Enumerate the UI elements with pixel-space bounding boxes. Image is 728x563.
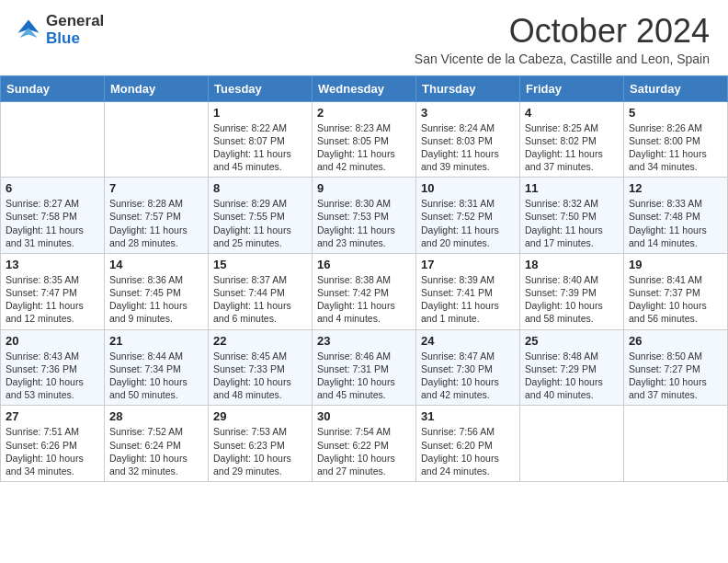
day-number: 12 [629,181,722,195]
day-number: 23 [317,334,411,348]
table-row: 20Sunrise: 8:43 AMSunset: 7:36 PMDayligh… [1,329,105,406]
cell-info: Sunrise: 8:25 AMSunset: 8:02 PMDaylight:… [525,121,619,174]
table-row: 6Sunrise: 8:27 AMSunset: 7:58 PMDaylight… [1,178,105,254]
day-number: 9 [317,181,411,195]
calendar-week-row: 6Sunrise: 8:27 AMSunset: 7:58 PMDaylight… [1,178,728,254]
day-number: 24 [421,334,515,348]
table-row [624,406,728,482]
day-number: 10 [421,181,515,195]
month-title: October 2024 [415,13,710,50]
table-row: 14Sunrise: 8:36 AMSunset: 7:45 PMDayligh… [105,253,209,329]
col-saturday: Saturday [624,75,728,101]
page: General Blue October 2024 San Vicente de… [0,0,728,482]
col-wednesday: Wednesday [313,75,416,101]
table-row: 9Sunrise: 8:30 AMSunset: 7:53 PMDaylight… [313,178,416,254]
table-row: 10Sunrise: 8:31 AMSunset: 7:52 PMDayligh… [416,178,520,254]
day-number: 1 [213,106,307,120]
cell-info: Sunrise: 7:53 AMSunset: 6:23 PMDaylight:… [213,425,307,477]
table-row: 12Sunrise: 8:33 AMSunset: 7:48 PMDayligh… [624,178,728,254]
day-number: 29 [213,409,307,423]
table-row: 8Sunrise: 8:29 AMSunset: 7:55 PMDaylight… [209,178,313,254]
table-row: 29Sunrise: 7:53 AMSunset: 6:23 PMDayligh… [209,406,313,482]
logo-icon [15,17,42,44]
cell-info: Sunrise: 8:30 AMSunset: 7:53 PMDaylight:… [317,197,411,249]
table-row: 23Sunrise: 8:46 AMSunset: 7:31 PMDayligh… [313,329,416,406]
table-row: 27Sunrise: 7:51 AMSunset: 6:26 PMDayligh… [1,406,105,482]
day-number: 18 [525,258,619,271]
logo-general: General [46,13,104,30]
table-row: 24Sunrise: 8:47 AMSunset: 7:30 PMDayligh… [416,329,520,406]
cell-info: Sunrise: 8:44 AMSunset: 7:34 PMDaylight:… [109,350,203,402]
day-number: 14 [109,258,203,271]
cell-info: Sunrise: 8:50 AMSunset: 7:27 PMDaylight:… [629,350,722,402]
table-row: 11Sunrise: 8:32 AMSunset: 7:50 PMDayligh… [520,178,624,254]
table-row: 30Sunrise: 7:54 AMSunset: 6:22 PMDayligh… [313,406,416,482]
day-number: 21 [109,334,203,348]
logo-text: General Blue [46,13,104,47]
cell-info: Sunrise: 8:22 AMSunset: 8:07 PMDaylight:… [213,121,307,174]
table-row: 22Sunrise: 8:45 AMSunset: 7:33 PMDayligh… [209,329,313,406]
table-row: 18Sunrise: 8:40 AMSunset: 7:39 PMDayligh… [520,253,624,329]
table-row: 16Sunrise: 8:38 AMSunset: 7:42 PMDayligh… [313,253,416,329]
calendar-table: Sunday Monday Tuesday Wednesday Thursday… [0,75,728,482]
cell-info: Sunrise: 8:31 AMSunset: 7:52 PMDaylight:… [421,197,515,249]
col-tuesday: Tuesday [209,75,313,101]
day-number: 31 [421,409,515,423]
cell-info: Sunrise: 8:40 AMSunset: 7:39 PMDaylight:… [525,273,619,326]
col-monday: Monday [105,75,209,101]
day-number: 17 [421,258,515,271]
cell-info: Sunrise: 8:23 AMSunset: 8:05 PMDaylight:… [317,121,411,174]
calendar-week-row: 27Sunrise: 7:51 AMSunset: 6:26 PMDayligh… [1,406,728,482]
cell-info: Sunrise: 7:54 AMSunset: 6:22 PMDaylight:… [317,425,411,477]
table-row: 19Sunrise: 8:41 AMSunset: 7:37 PMDayligh… [624,253,728,329]
cell-info: Sunrise: 7:56 AMSunset: 6:20 PMDaylight:… [421,425,515,477]
day-number: 28 [109,409,203,423]
table-row: 15Sunrise: 8:37 AMSunset: 7:44 PMDayligh… [209,253,313,329]
cell-info: Sunrise: 7:51 AMSunset: 6:26 PMDaylight:… [6,425,99,477]
day-number: 26 [629,334,722,348]
calendar-header-row: Sunday Monday Tuesday Wednesday Thursday… [1,75,728,101]
cell-info: Sunrise: 8:45 AMSunset: 7:33 PMDaylight:… [213,350,307,402]
cell-info: Sunrise: 8:41 AMSunset: 7:37 PMDaylight:… [629,273,722,326]
day-number: 11 [525,181,619,195]
cell-info: Sunrise: 7:52 AMSunset: 6:24 PMDaylight:… [109,425,203,477]
cell-info: Sunrise: 8:27 AMSunset: 7:58 PMDaylight:… [6,197,99,249]
table-row: 3Sunrise: 8:24 AMSunset: 8:03 PMDaylight… [416,101,520,178]
cell-info: Sunrise: 8:48 AMSunset: 7:29 PMDaylight:… [525,350,619,402]
day-number: 27 [6,409,99,423]
day-number: 6 [6,181,99,195]
table-row: 1Sunrise: 8:22 AMSunset: 8:07 PMDaylight… [209,101,313,178]
day-number: 5 [629,106,722,120]
table-row [520,406,624,482]
table-row: 4Sunrise: 8:25 AMSunset: 8:02 PMDaylight… [520,101,624,178]
cell-info: Sunrise: 8:37 AMSunset: 7:44 PMDaylight:… [213,273,307,326]
cell-info: Sunrise: 8:32 AMSunset: 7:50 PMDaylight:… [525,197,619,249]
logo: General Blue [15,13,104,47]
table-row: 5Sunrise: 8:26 AMSunset: 8:00 PMDaylight… [624,101,728,178]
calendar-week-row: 1Sunrise: 8:22 AMSunset: 8:07 PMDaylight… [1,101,728,178]
cell-info: Sunrise: 8:33 AMSunset: 7:48 PMDaylight:… [629,197,722,249]
day-number: 22 [213,334,307,348]
cell-info: Sunrise: 8:39 AMSunset: 7:41 PMDaylight:… [421,273,515,326]
cell-info: Sunrise: 8:28 AMSunset: 7:57 PMDaylight:… [109,197,203,249]
location-subtitle: San Vicente de la Cabeza, Castille and L… [415,52,710,66]
day-number: 20 [6,334,99,348]
day-number: 30 [317,409,411,423]
calendar-week-row: 20Sunrise: 8:43 AMSunset: 7:36 PMDayligh… [1,329,728,406]
table-row: 2Sunrise: 8:23 AMSunset: 8:05 PMDaylight… [313,101,416,178]
cell-info: Sunrise: 8:47 AMSunset: 7:30 PMDaylight:… [421,350,515,402]
table-row: 17Sunrise: 8:39 AMSunset: 7:41 PMDayligh… [416,253,520,329]
calendar-week-row: 13Sunrise: 8:35 AMSunset: 7:47 PMDayligh… [1,253,728,329]
table-row: 26Sunrise: 8:50 AMSunset: 7:27 PMDayligh… [624,329,728,406]
col-thursday: Thursday [416,75,520,101]
day-number: 15 [213,258,307,271]
col-friday: Friday [520,75,624,101]
cell-info: Sunrise: 8:46 AMSunset: 7:31 PMDaylight:… [317,350,411,402]
table-row: 25Sunrise: 8:48 AMSunset: 7:29 PMDayligh… [520,329,624,406]
col-sunday: Sunday [1,75,105,101]
day-number: 3 [421,106,515,120]
logo-blue: Blue [46,30,104,48]
day-number: 4 [525,106,619,120]
cell-info: Sunrise: 8:36 AMSunset: 7:45 PMDaylight:… [109,273,203,326]
cell-info: Sunrise: 8:35 AMSunset: 7:47 PMDaylight:… [6,273,99,326]
